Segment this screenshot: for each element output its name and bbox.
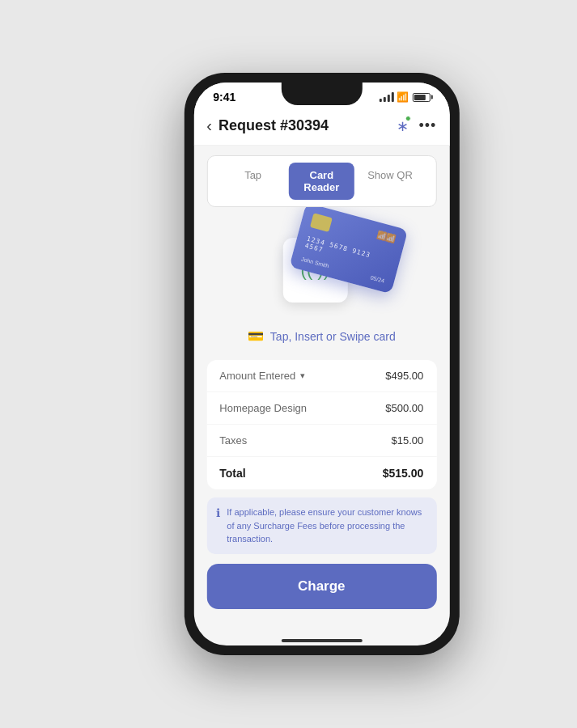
page-title: Request #30394 [218, 117, 329, 134]
homepage-design-row: Homepage Design $500.00 [206, 392, 436, 425]
card-icon: 💳 [248, 328, 264, 344]
status-icons: 📶 [379, 91, 430, 103]
total-row: Total $515.00 [206, 457, 436, 489]
tap-instruction-text: Tap, Insert or Swipe card [270, 330, 396, 343]
card-chip [309, 213, 332, 232]
taxes-row: Taxes $15.00 [206, 425, 436, 457]
bluetooth-icon[interactable]: ∗ [397, 117, 409, 135]
signal-icon [379, 92, 393, 102]
card-holder-name: John Smith [300, 256, 329, 269]
amount-section: Amount Entered ▾ $495.00 Homepage Design… [206, 360, 436, 489]
scene: 9:41 📶 ‹ Re [0, 0, 577, 728]
tap-instruction: 💳 Tap, Insert or Swipe card [193, 320, 449, 352]
app-header: ‹ Request #30394 ∗ ••• [193, 107, 449, 146]
phone-screen: 9:41 📶 ‹ Re [193, 83, 449, 645]
back-button[interactable]: ‹ [206, 116, 212, 135]
taxes-value: $15.00 [392, 434, 424, 447]
amount-entered-label: Amount Entered ▾ [219, 370, 305, 382]
taxes-label: Taxes [219, 434, 247, 447]
header-right: ∗ ••• [397, 117, 436, 135]
surcharge-notice-text: If applicable, please ensure your custom… [227, 506, 426, 546]
battery-icon [412, 93, 430, 102]
home-bar [281, 639, 362, 642]
total-value: $515.00 [383, 467, 424, 480]
surcharge-notice: ℹ If applicable, please ensure your cust… [206, 497, 436, 554]
card-expiry: 05/24 [370, 274, 385, 283]
bluetooth-status-dot [405, 116, 410, 121]
more-menu-button[interactable]: ••• [418, 117, 436, 134]
info-icon: ℹ [216, 506, 220, 519]
chevron-down-icon[interactable]: ▾ [300, 370, 305, 381]
tab-show-qr[interactable]: Show QR [358, 163, 423, 200]
total-label: Total [219, 467, 245, 480]
amount-entered-value: $495.00 [385, 370, 423, 382]
status-time: 9:41 [213, 91, 235, 104]
homepage-design-label: Homepage Design [219, 402, 307, 414]
phone-frame: 9:41 📶 ‹ Re [184, 73, 459, 655]
charge-button[interactable]: Charge [206, 564, 436, 609]
tab-card-reader[interactable]: Card Reader [289, 163, 354, 200]
screen-content: ((·)) 📶📶 1234 5678 9123 4567 John Smith … [193, 207, 449, 645]
notch [281, 83, 362, 105]
homepage-design-value: $500.00 [385, 402, 423, 414]
home-indicator [193, 633, 449, 645]
card-illustration: ((·)) 📶📶 1234 5678 9123 4567 John Smith … [193, 207, 449, 320]
payment-tabs: Tap Card Reader Show QR [206, 155, 436, 207]
header-left: ‹ Request #30394 [206, 116, 329, 135]
wifi-icon: 📶 [397, 91, 409, 103]
amount-entered-row: Amount Entered ▾ $495.00 [206, 360, 436, 392]
tab-tap[interactable]: Tap [220, 163, 286, 200]
